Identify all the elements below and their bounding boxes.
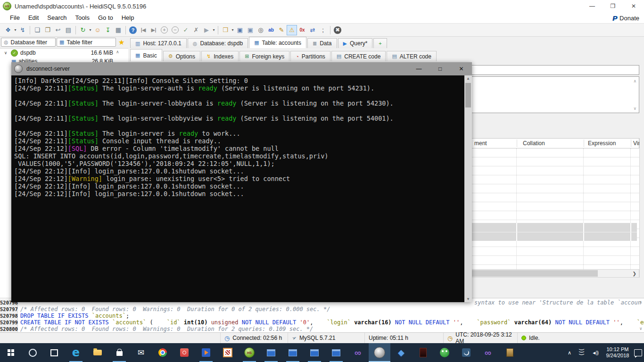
subtab-indexes[interactable]: ↯Indexes [201, 51, 239, 61]
dropdown-arrow-icon[interactable]: ▾ [88, 28, 92, 32]
subtab-create-code[interactable]: ▤CREATE code [331, 51, 386, 61]
sql-log-panel[interactable]: ∧ ∨ 520796syntax to use near 'Structure … [0, 298, 644, 332]
new-query-tab-button[interactable]: + [373, 38, 387, 48]
replace-icon[interactable]: ab [266, 25, 276, 35]
log-scroll-down-icon[interactable]: ∨ [640, 326, 642, 331]
undo-icon[interactable]: ↩ [53, 25, 63, 35]
semicolon-icon[interactable]: ; [318, 25, 328, 35]
hex-view-icon[interactable]: 0x [297, 25, 307, 35]
game-app-icon[interactable] [217, 343, 239, 362]
menu-go-to[interactable]: Go to [94, 14, 117, 21]
session-manager-icon[interactable]: ❖ [3, 25, 13, 35]
console-window-icon-4[interactable] [325, 343, 347, 362]
column-separator[interactable] [631, 140, 631, 147]
find-icon[interactable]: ◎ [256, 25, 266, 35]
green-app-icon[interactable] [434, 343, 455, 362]
console-close-button[interactable]: ✕ [451, 62, 472, 75]
grid-vertical-scrollbar[interactable] [639, 138, 644, 278]
task-view-button[interactable] [43, 343, 65, 362]
console-maximize-button[interactable]: □ [429, 62, 451, 75]
save-snippet-icon[interactable]: ▣ [245, 25, 256, 35]
dsconnect-server-taskbar-icon[interactable] [369, 343, 390, 362]
store-icon[interactable] [108, 343, 130, 362]
export-tables-icon[interactable]: ↧ [103, 25, 113, 35]
chevron-down-icon[interactable]: ∨ [3, 50, 8, 55]
favorites-star-icon[interactable]: ★ [118, 38, 124, 47]
data-export-icon[interactable]: ▦ [113, 25, 124, 35]
heidisql-taskbar-icon[interactable]: HS [239, 343, 260, 362]
tab-data[interactable]: ≣Data [307, 38, 337, 48]
subtab-alter-code[interactable]: ▤ALTER code [387, 51, 437, 61]
console-output[interactable]: [Info] DarkStar[24/Sep 22:11][Info] Cons… [11, 75, 464, 302]
dolphin-app-icon[interactable] [455, 343, 477, 362]
first-row-icon[interactable]: |◀ [138, 25, 149, 35]
indent-icon[interactable]: ⇄ [307, 25, 318, 35]
menu-search[interactable]: Search [43, 14, 71, 21]
edge-icon[interactable]: e [65, 343, 87, 362]
run-query-icon[interactable]: ▶ [201, 25, 212, 35]
scrollbar-thumb[interactable] [465, 83, 471, 107]
close-button[interactable]: ✕ [623, 0, 644, 12]
post-changes-icon[interactable]: ✓ [181, 25, 191, 35]
wifi-icon[interactable]: ((( [572, 347, 591, 358]
menu-file[interactable]: File [6, 14, 24, 21]
tab-database[interactable]: ◍Database: dspdb [188, 38, 248, 48]
file-explorer-icon[interactable] [87, 343, 108, 362]
dark-app-icon[interactable] [412, 343, 434, 362]
stop-process-icon[interactable]: ✖ [334, 26, 341, 34]
photos-app-icon[interactable] [173, 343, 195, 362]
delete-row-icon[interactable]: − [172, 26, 179, 33]
tab-query[interactable]: ▶Query* [338, 38, 373, 48]
tree-item-dspdb[interactable]: ∨ ✓ dspdb 16.6 MiB [0, 49, 128, 57]
donate-button[interactable]: P Donate [612, 12, 639, 24]
save-sql-icon[interactable]: ▣ [235, 25, 245, 35]
gem-app-icon[interactable]: ◆ [390, 343, 412, 362]
tab-host[interactable]: ▥Host: 127.0.0.1 [130, 38, 187, 48]
taskbar-clock[interactable]: 10:12 PM9/24/2018 [603, 343, 633, 362]
column-separator[interactable] [517, 140, 517, 147]
subtab-options[interactable]: ⚙Options [163, 51, 200, 61]
scroll-up-icon[interactable]: ▲ [464, 76, 472, 81]
column-header-expression[interactable]: Expression [588, 140, 616, 147]
scroll-down-icon[interactable]: ▼ [464, 297, 472, 301]
subtab-basic[interactable]: ▦Basic [130, 49, 162, 61]
visual-studio-2-icon[interactable]: ∞ [477, 343, 499, 362]
paste-icon[interactable]: ❐ [42, 25, 53, 35]
mail-icon[interactable]: ✉ [130, 343, 152, 362]
dropdown-arrow-icon[interactable]: ▾ [231, 28, 235, 32]
copy-icon[interactable]: ❏ [32, 25, 42, 35]
scroll-down-icon[interactable]: ∨ [633, 106, 636, 111]
column-header-comment[interactable]: ment [474, 140, 487, 147]
table-filter-input[interactable]: ▦ Table filter [57, 38, 116, 47]
restore-button[interactable]: ❐ [603, 0, 623, 12]
subtab-partitions[interactable]: ◔Partitions [290, 51, 330, 61]
cortana-button[interactable] [22, 343, 43, 362]
menu-tools[interactable]: Tools [71, 14, 94, 21]
minimize-button[interactable]: — [582, 0, 603, 12]
reformat-icon[interactable]: ✎ [276, 25, 287, 35]
subtab-foreign-keys[interactable]: ⊞Foreign keys [239, 51, 289, 61]
console-titlebar[interactable]: dsconnect-server — □ ✕ [11, 62, 472, 75]
visual-studio-icon[interactable]: ∞ [347, 343, 369, 362]
insert-row-icon[interactable]: + [161, 26, 168, 33]
chrome-icon[interactable] [152, 343, 173, 362]
console-scrollbar[interactable]: ▲ ▼ [464, 75, 472, 302]
start-button[interactable] [0, 343, 22, 362]
console-minimize-button[interactable]: — [408, 62, 429, 75]
console-window-icon-1[interactable] [260, 343, 282, 362]
load-sql-icon[interactable]: ❒ [220, 25, 231, 35]
dropdown-arrow-icon[interactable]: ▾ [212, 28, 216, 32]
scroll-up-icon[interactable]: ∧ [633, 79, 636, 83]
user-manager-icon[interactable]: ☺ [92, 25, 103, 35]
column-separator[interactable] [584, 140, 584, 147]
last-row-icon[interactable]: ▶| [149, 25, 159, 35]
console-window-icon-2[interactable] [282, 343, 304, 362]
cancel-edit-icon[interactable]: ✗ [191, 25, 201, 35]
menu-edit[interactable]: Edit [24, 14, 43, 21]
video-app-icon[interactable] [195, 343, 217, 362]
console-window-icon-3[interactable] [304, 343, 325, 362]
dropdown-arrow-icon[interactable]: ▾ [13, 28, 17, 32]
log-scroll-up-icon[interactable]: ∧ [640, 300, 642, 304]
sprite-app-icon[interactable] [499, 343, 520, 362]
disconnect-icon[interactable]: ↯ [17, 25, 28, 35]
